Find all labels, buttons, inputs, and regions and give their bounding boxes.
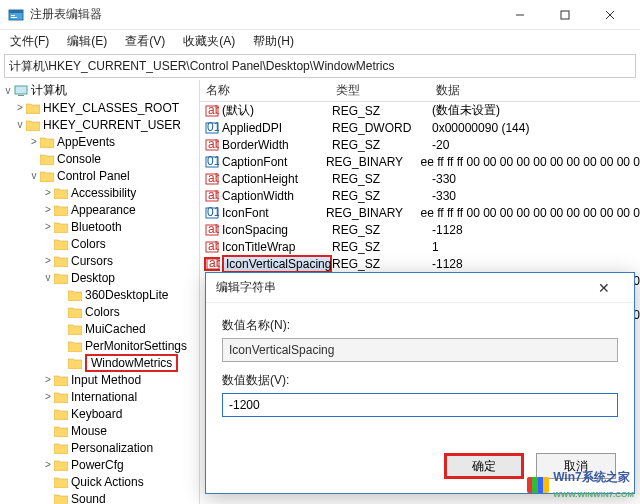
tree-item[interactable]: vDesktop [0, 269, 199, 286]
tree-item[interactable]: >Cursors [0, 252, 199, 269]
watermark-text: Win7系统之家 [553, 470, 630, 484]
tree-item[interactable]: Personalization [0, 439, 199, 456]
string-icon: ab [204, 257, 220, 271]
name-label: 数值名称(N): [222, 317, 618, 334]
string-icon: ab [204, 189, 220, 203]
watermark-url: WWW.WINWIN7.COM [553, 490, 634, 499]
menubar: 文件(F) 编辑(E) 查看(V) 收藏夹(A) 帮助(H) [0, 30, 640, 52]
string-icon: ab [204, 172, 220, 186]
list-row[interactable]: abCaptionHeightREG_SZ-330 [200, 170, 640, 187]
close-button[interactable] [587, 1, 632, 29]
tree-item[interactable]: >International [0, 388, 199, 405]
svg-rect-1 [9, 10, 23, 13]
svg-rect-9 [18, 95, 24, 96]
tree-item[interactable]: Colors [0, 235, 199, 252]
tree-item[interactable]: >Input Method [0, 371, 199, 388]
tree-item[interactable]: MuiCached [0, 320, 199, 337]
tree-item[interactable]: >Accessibility [0, 184, 199, 201]
svg-text:ab: ab [208, 240, 219, 253]
dialog-close-button[interactable]: ✕ [584, 280, 624, 296]
menu-view[interactable]: 查看(V) [121, 31, 169, 52]
svg-text:011: 011 [207, 155, 219, 168]
tree-item[interactable]: WindowMetrics [0, 354, 199, 371]
tree-root[interactable]: 计算机 [31, 82, 67, 99]
col-type[interactable]: 类型 [330, 82, 430, 99]
list-row[interactable]: 011IconFontREG_BINARYee ff ff ff 00 00 0… [200, 204, 640, 221]
data-input[interactable] [222, 393, 618, 417]
minimize-button[interactable] [497, 1, 542, 29]
list-row[interactable]: abBorderWidthREG_SZ-20 [200, 136, 640, 153]
svg-text:ab: ab [208, 223, 219, 236]
maximize-button[interactable] [542, 1, 587, 29]
window-title: 注册表编辑器 [30, 6, 497, 23]
tree-item[interactable]: Keyboard [0, 405, 199, 422]
tree-item[interactable]: Sound [0, 490, 199, 504]
list-row[interactable]: 011CaptionFontREG_BINARYee ff ff ff 00 0… [200, 153, 640, 170]
string-icon: ab [204, 223, 220, 237]
menu-file[interactable]: 文件(F) [6, 31, 53, 52]
tree-item[interactable]: 360DesktopLite [0, 286, 199, 303]
tree-item[interactable]: Mouse [0, 422, 199, 439]
tree-item[interactable]: >HKEY_CLASSES_ROOT [0, 99, 199, 116]
tree-item[interactable]: Quick Actions [0, 473, 199, 490]
menu-help[interactable]: 帮助(H) [249, 31, 298, 52]
string-icon: ab [204, 240, 220, 254]
svg-text:011: 011 [207, 206, 219, 219]
svg-text:ab: ab [208, 104, 219, 117]
list-header: 名称 类型 数据 [200, 80, 640, 102]
binary-icon: 011 [204, 206, 220, 220]
tree-pane[interactable]: v计算机>HKEY_CLASSES_ROOTvHKEY_CURRENT_USER… [0, 80, 200, 504]
tree-item[interactable]: >Appearance [0, 201, 199, 218]
string-icon: ab [204, 138, 220, 152]
tree-item[interactable]: >AppEvents [0, 133, 199, 150]
string-icon: ab [204, 104, 220, 118]
list-row[interactable]: abIconVerticalSpacingREG_SZ-1128 [200, 255, 640, 272]
col-name[interactable]: 名称 [200, 82, 330, 99]
svg-rect-8 [15, 86, 27, 94]
menu-favorites[interactable]: 收藏夹(A) [179, 31, 239, 52]
svg-rect-2 [11, 15, 15, 16]
binary-icon: 011 [204, 155, 220, 169]
tree-item[interactable]: vControl Panel [0, 167, 199, 184]
tree-item[interactable]: PerMonitorSettings [0, 337, 199, 354]
address-bar[interactable]: 计算机\HKEY_CURRENT_USER\Control Panel\Desk… [4, 54, 636, 78]
name-field [222, 338, 618, 362]
svg-rect-5 [561, 11, 569, 19]
col-data[interactable]: 数据 [430, 82, 640, 99]
svg-text:ab: ab [208, 172, 219, 185]
list-row[interactable]: abIconSpacingREG_SZ-1128 [200, 221, 640, 238]
data-label: 数值数据(V): [222, 372, 618, 389]
dialog-title: 编辑字符串 [216, 279, 584, 296]
svg-text:ab: ab [209, 257, 220, 270]
svg-rect-3 [11, 17, 17, 18]
svg-text:ab: ab [208, 189, 219, 202]
windows-flag-icon [527, 477, 549, 493]
tree-item[interactable]: Console [0, 150, 199, 167]
menu-edit[interactable]: 编辑(E) [63, 31, 111, 52]
tree-item[interactable]: Colors [0, 303, 199, 320]
svg-text:ab: ab [208, 138, 219, 151]
list-row[interactable]: ab(默认)REG_SZ(数值未设置) [200, 102, 640, 119]
watermark: Win7系统之家 WWW.WINWIN7.COM [527, 469, 634, 500]
list-row[interactable]: 011AppliedDPIREG_DWORD0x00000090 (144) [200, 119, 640, 136]
binary-icon: 011 [204, 121, 220, 135]
list-row[interactable]: abCaptionWidthREG_SZ-330 [200, 187, 640, 204]
edit-string-dialog: 编辑字符串 ✕ 数值名称(N): 数值数据(V): 确定 取消 [205, 272, 635, 494]
list-row[interactable]: abIconTitleWrapREG_SZ1 [200, 238, 640, 255]
ok-button[interactable]: 确定 [444, 453, 524, 479]
tree-item[interactable]: vHKEY_CURRENT_USER [0, 116, 199, 133]
regedit-icon [8, 7, 24, 23]
window-titlebar: 注册表编辑器 [0, 0, 640, 30]
tree-item[interactable]: >PowerCfg [0, 456, 199, 473]
tree-item[interactable]: >Bluetooth [0, 218, 199, 235]
svg-text:011: 011 [207, 121, 219, 134]
